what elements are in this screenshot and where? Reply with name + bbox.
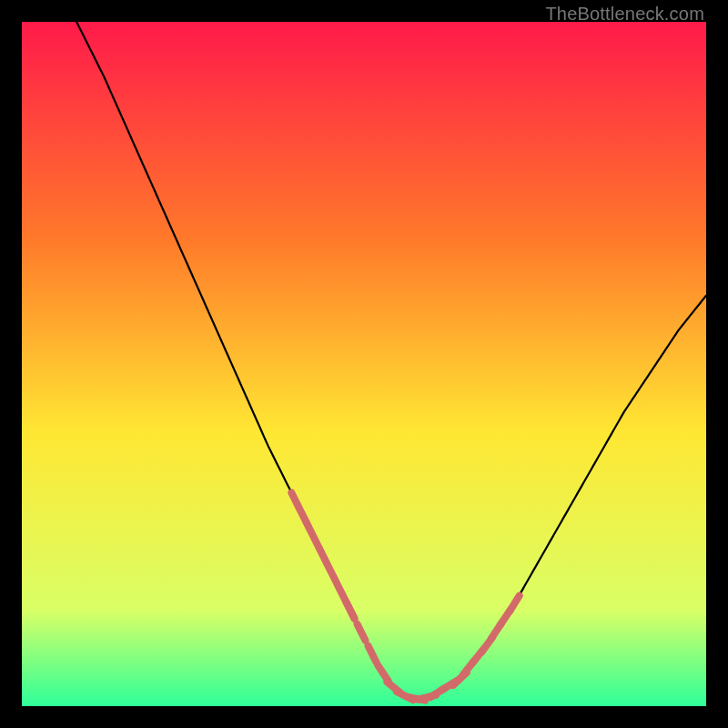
bottleneck-chart [22,22,706,706]
chart-frame [22,22,706,706]
